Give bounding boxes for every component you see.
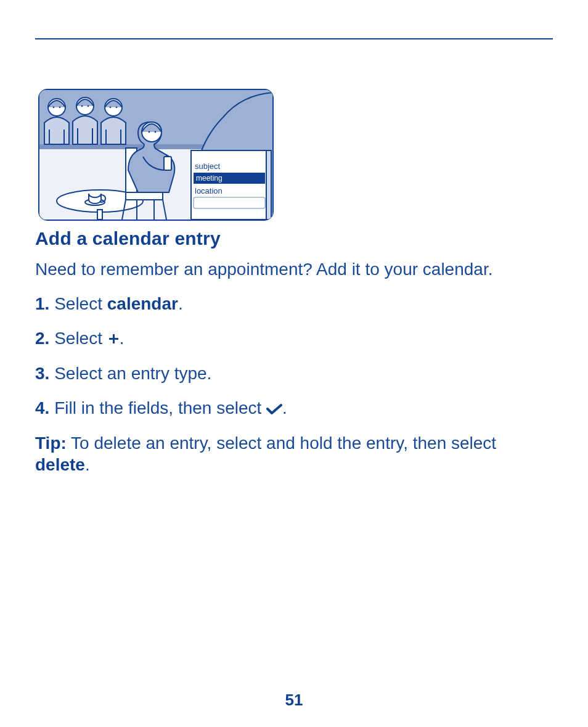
step-4-number: 4. bbox=[35, 398, 49, 417]
step-1-keyword: calendar bbox=[107, 294, 178, 313]
svg-rect-20 bbox=[164, 157, 171, 170]
tip-label: Tip: bbox=[35, 433, 67, 453]
svg-rect-15 bbox=[97, 210, 102, 220]
illus-location-label: location bbox=[195, 186, 223, 195]
svg-point-8 bbox=[81, 105, 83, 107]
header-divider bbox=[35, 38, 553, 39]
svg-point-6 bbox=[59, 107, 61, 109]
svg-point-5 bbox=[53, 107, 55, 109]
tip-keyword: delete bbox=[35, 455, 85, 474]
svg-point-11 bbox=[110, 107, 112, 109]
step-1-pre: Select bbox=[49, 294, 107, 313]
section-heading: Add a calendar entry bbox=[35, 228, 553, 249]
svg-point-9 bbox=[88, 105, 89, 107]
step-3-text: Select an entry type. bbox=[49, 364, 211, 383]
svg-rect-21 bbox=[191, 150, 271, 220]
step-4: 4. Fill in the fields, then select . bbox=[35, 396, 553, 421]
svg-rect-22 bbox=[266, 150, 271, 220]
page-content: Add a calendar entry Need to remember an… bbox=[35, 228, 553, 475]
step-2: 2. Select . bbox=[35, 327, 553, 351]
calendar-illustration: subject meeting location bbox=[38, 89, 274, 221]
step-3-number: 3. bbox=[35, 364, 49, 383]
plus-icon bbox=[107, 328, 120, 351]
page-number: 51 bbox=[0, 691, 588, 710]
tip-text-1: To delete an entry, select and hold the … bbox=[67, 433, 496, 453]
svg-rect-24 bbox=[194, 197, 265, 208]
illus-subject-label: subject bbox=[195, 162, 221, 171]
step-3: 3. Select an entry type. bbox=[35, 362, 553, 385]
step-1-number: 1. bbox=[35, 294, 49, 313]
step-4-pre: Fill in the fields, then select bbox=[49, 398, 266, 417]
step-2-post: . bbox=[120, 329, 125, 348]
svg-point-18 bbox=[149, 131, 150, 133]
svg-point-12 bbox=[116, 107, 118, 109]
intro-text: Need to remember an appointment? Add it … bbox=[35, 258, 553, 281]
step-2-pre: Select bbox=[49, 329, 107, 348]
checkmark-icon bbox=[266, 398, 282, 421]
tip-text-2: . bbox=[85, 455, 90, 474]
step-1-post: . bbox=[178, 294, 183, 313]
tip-paragraph: Tip: To delete an entry, select and hold… bbox=[35, 432, 553, 475]
step-1: 1. Select calendar. bbox=[35, 292, 553, 316]
step-2-number: 2. bbox=[35, 329, 49, 348]
svg-point-19 bbox=[155, 131, 157, 133]
illus-subject-value: meeting bbox=[196, 174, 223, 183]
step-4-post: . bbox=[282, 398, 287, 417]
